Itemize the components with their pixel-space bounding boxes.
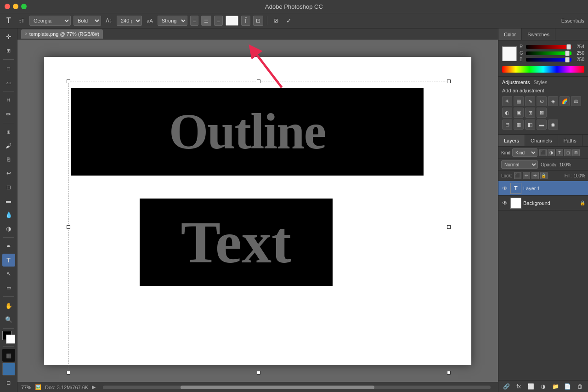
- handle-mr[interactable]: [447, 225, 451, 229]
- cancel-transform-icon[interactable]: ⊘: [271, 16, 281, 26]
- zoom-tool[interactable]: 🔍: [2, 313, 15, 326]
- vibrance-btn[interactable]: ◈: [548, 96, 558, 106]
- background-visibility-icon[interactable]: 👁: [501, 199, 509, 207]
- tab-styles[interactable]: Styles: [534, 80, 548, 85]
- essentials-button[interactable]: Essentials: [561, 18, 584, 23]
- blur-tool[interactable]: 💧: [2, 208, 15, 221]
- color-spectrum[interactable]: [502, 66, 584, 73]
- artboard-tool[interactable]: ⊞: [2, 44, 15, 57]
- blue-slider-track[interactable]: [526, 58, 571, 62]
- handle-tl[interactable]: [67, 80, 70, 83]
- kind-select[interactable]: Kind: [512, 148, 537, 157]
- handle-bm[interactable]: [257, 371, 260, 375]
- add-mask-icon[interactable]: ⬜: [526, 382, 536, 391]
- quick-mask-button[interactable]: ▦: [2, 349, 15, 362]
- maximize-button[interactable]: [21, 4, 27, 9]
- new-adjustment-icon[interactable]: ◑: [538, 382, 548, 391]
- lasso-tool[interactable]: ⌓: [2, 76, 15, 89]
- background-color[interactable]: [6, 335, 15, 344]
- hue-sat-btn[interactable]: 🌈: [560, 96, 570, 106]
- color-balance-btn[interactable]: ⚖: [571, 96, 581, 106]
- rectangular-marquee-tool[interactable]: □: [2, 62, 15, 75]
- dodge-tool[interactable]: ◑: [2, 222, 15, 235]
- layer-link-icon[interactable]: 🔗: [502, 382, 511, 391]
- horizontal-scrollbar[interactable]: [103, 386, 491, 389]
- tab-layers[interactable]: Layers: [498, 135, 525, 146]
- color-lookup-btn[interactable]: ⊠: [537, 108, 547, 118]
- text-orientation-icon[interactable]: ↕T: [17, 16, 27, 26]
- shape-tool[interactable]: ▭: [2, 281, 15, 294]
- filter-pixel-icon[interactable]: ⬛: [539, 149, 547, 156]
- red-slider-track[interactable]: [526, 45, 571, 49]
- invert-btn[interactable]: ⊟: [502, 119, 512, 130]
- layer-item-layer1[interactable]: 👁 T Layer 1: [498, 181, 588, 196]
- exposure-btn[interactable]: ⊙: [537, 96, 547, 106]
- new-layer-icon[interactable]: 📄: [563, 382, 572, 391]
- aa-method-select[interactable]: Strong: [158, 16, 187, 26]
- minimize-button[interactable]: [13, 4, 18, 9]
- threshold-btn[interactable]: ◧: [525, 119, 535, 130]
- green-slider-thumb[interactable]: [565, 51, 570, 56]
- color-preview-box[interactable]: [502, 46, 517, 61]
- history-brush-tool[interactable]: ↩: [2, 167, 15, 180]
- pen-tool[interactable]: ✒: [2, 240, 15, 253]
- text-tool[interactable]: T: [2, 254, 15, 267]
- eyedropper-tool[interactable]: ✏: [2, 108, 15, 120]
- document-tab[interactable]: × template.png @ 77% (RGB/8#): [21, 29, 103, 39]
- bw-btn[interactable]: ◐: [502, 108, 512, 118]
- handle-bl[interactable]: [67, 371, 70, 375]
- path-selection-tool[interactable]: ↖: [2, 267, 15, 280]
- handle-tr[interactable]: [447, 80, 451, 83]
- blue-slider-thumb[interactable]: [565, 57, 570, 62]
- blend-mode-select[interactable]: Normal: [501, 160, 538, 169]
- tab-swatches[interactable]: Swatches: [522, 28, 555, 40]
- brightness-contrast-btn[interactable]: ☀: [502, 96, 512, 106]
- screen-mode-button[interactable]: [2, 363, 15, 375]
- eraser-tool[interactable]: ◻: [2, 181, 15, 193]
- handle-ml[interactable]: [67, 225, 70, 229]
- spot-healing-tool[interactable]: ⊕: [2, 125, 15, 138]
- lock-all-icon[interactable]: 🔒: [540, 172, 548, 179]
- character-panel-button[interactable]: ⊡: [253, 16, 263, 26]
- brush-tool[interactable]: 🖌: [2, 139, 15, 152]
- gradient-map-btn[interactable]: ▬: [537, 119, 547, 130]
- font-family-select[interactable]: Georgia: [29, 16, 71, 26]
- warp-text-button[interactable]: T̃: [241, 16, 250, 26]
- lock-position-icon[interactable]: ✛: [531, 172, 539, 179]
- tab-color[interactable]: Color: [498, 28, 522, 40]
- tab-channels[interactable]: Channels: [525, 135, 558, 146]
- lock-image-icon[interactable]: ✏: [523, 172, 530, 179]
- green-slider-track[interactable]: [526, 51, 571, 55]
- layer1-visibility-icon[interactable]: 👁: [501, 185, 509, 192]
- canvas[interactable]: Outline Text: [44, 57, 471, 365]
- move-tool[interactable]: ✛: [2, 30, 15, 43]
- handle-tm[interactable]: [257, 80, 260, 83]
- foreground-background-colors[interactable]: [2, 331, 15, 344]
- tab-paths[interactable]: Paths: [558, 135, 582, 146]
- gradient-tool[interactable]: ▬: [2, 194, 15, 207]
- commit-transform-icon[interactable]: ✓: [284, 16, 294, 26]
- tab-adjustments[interactable]: Adjustments: [502, 80, 530, 85]
- font-size-select[interactable]: 240 pt: [117, 16, 142, 26]
- hand-tool[interactable]: ✋: [2, 299, 15, 312]
- filter-shape-icon[interactable]: ◻: [564, 149, 571, 156]
- photo-filter-btn[interactable]: ▣: [514, 108, 524, 118]
- clone-stamp-tool[interactable]: ⎘: [2, 153, 15, 166]
- layer-item-background[interactable]: 👁 Background 🔒: [498, 196, 588, 210]
- filter-adjust-icon[interactable]: ◑: [548, 149, 555, 156]
- add-fx-icon[interactable]: fx: [514, 382, 523, 391]
- filter-smart-icon[interactable]: ⊞: [572, 149, 580, 156]
- font-style-select[interactable]: Bold: [74, 16, 101, 26]
- curves-btn[interactable]: ∿: [525, 96, 535, 106]
- document-close-icon[interactable]: ×: [25, 31, 28, 36]
- levels-btn[interactable]: ▤: [514, 96, 524, 106]
- new-group-icon[interactable]: 📁: [551, 382, 560, 391]
- fill-value[interactable]: 100%: [573, 173, 585, 178]
- close-button[interactable]: [5, 4, 10, 9]
- opacity-value[interactable]: 100%: [560, 162, 571, 167]
- text-tool-icon[interactable]: T: [4, 16, 14, 26]
- align-right-button[interactable]: ≡: [214, 16, 222, 26]
- selective-color-btn[interactable]: ◉: [548, 119, 558, 130]
- change-screen-mode[interactable]: ⊟: [2, 376, 15, 389]
- handle-br[interactable]: [447, 371, 451, 375]
